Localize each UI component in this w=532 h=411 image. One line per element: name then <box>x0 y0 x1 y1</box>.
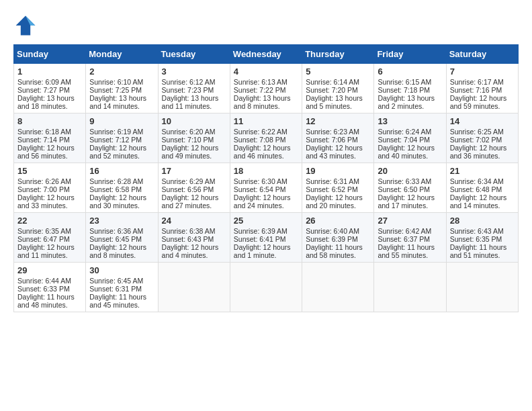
calendar-cell: 4Sunrise: 6:13 AMSunset: 7:22 PMDaylight… <box>230 64 302 113</box>
sunset-text: Sunset: 6:39 PM <box>306 235 358 243</box>
sunset-text: Sunset: 6:37 PM <box>378 235 430 243</box>
daylight-text: Daylight: 12 hours and 30 minutes. <box>89 193 146 210</box>
sunset-text: Sunset: 7:00 PM <box>17 185 70 193</box>
calendar-cell <box>230 263 302 312</box>
calendar-cell: 21Sunrise: 6:34 AMSunset: 6:48 PMDayligh… <box>446 163 518 213</box>
sunrise-text: Sunrise: 6:17 AM <box>450 78 504 86</box>
sunrise-text: Sunrise: 6:31 AM <box>306 177 359 185</box>
sunset-text: Sunset: 7:23 PM <box>162 86 214 94</box>
calendar-cell: 26Sunrise: 6:40 AMSunset: 6:39 PMDayligh… <box>302 213 374 263</box>
calendar-cell: 25Sunrise: 6:39 AMSunset: 6:41 PMDayligh… <box>230 213 302 263</box>
sunset-text: Sunset: 7:14 PM <box>17 136 70 144</box>
sunrise-text: Sunrise: 6:13 AM <box>234 78 287 86</box>
sunrise-text: Sunrise: 6:39 AM <box>234 227 287 235</box>
sunset-text: Sunset: 6:52 PM <box>306 185 358 193</box>
sunrise-text: Sunrise: 6:14 AM <box>306 78 359 86</box>
sunrise-text: Sunrise: 6:09 AM <box>17 78 71 86</box>
calendar-cell: 16Sunrise: 6:28 AMSunset: 6:58 PMDayligh… <box>86 163 158 213</box>
daylight-text: Daylight: 12 hours and 40 minutes. <box>378 144 435 160</box>
day-number: 11 <box>234 116 298 126</box>
calendar-cell: 3Sunrise: 6:12 AMSunset: 7:23 PMDaylight… <box>158 64 230 113</box>
sunset-text: Sunset: 7:10 PM <box>162 136 214 144</box>
day-number: 18 <box>234 166 298 176</box>
day-number: 20 <box>378 166 442 176</box>
daylight-text: Daylight: 13 hours and 5 minutes. <box>306 94 363 110</box>
sunrise-text: Sunrise: 6:26 AM <box>17 177 71 185</box>
calendar-cell: 14Sunrise: 6:25 AMSunset: 7:02 PMDayligh… <box>446 113 518 163</box>
daylight-text: Daylight: 12 hours and 27 minutes. <box>162 193 219 210</box>
sunrise-text: Sunrise: 6:29 AM <box>162 177 216 185</box>
day-number: 1 <box>17 66 82 77</box>
calendar-cell: 8Sunrise: 6:18 AMSunset: 7:14 PMDaylight… <box>14 113 86 163</box>
calendar-cell: 5Sunrise: 6:14 AMSunset: 7:20 PMDaylight… <box>302 64 374 113</box>
sunset-text: Sunset: 6:50 PM <box>378 185 430 193</box>
sunset-text: Sunset: 6:31 PM <box>89 285 142 293</box>
logo-icon <box>13 13 38 38</box>
sunrise-text: Sunrise: 6:33 AM <box>378 177 431 185</box>
sunset-text: Sunset: 7:08 PM <box>234 136 286 144</box>
daylight-text: Daylight: 12 hours and 20 minutes. <box>306 193 363 210</box>
calendar-cell: 12Sunrise: 6:23 AMSunset: 7:06 PMDayligh… <box>302 113 374 163</box>
calendar-cell: 28Sunrise: 6:43 AMSunset: 6:35 PMDayligh… <box>446 213 518 263</box>
sunrise-text: Sunrise: 6:45 AM <box>89 277 143 285</box>
day-of-week-header: Thursday <box>302 45 374 64</box>
day-number: 4 <box>234 66 298 77</box>
calendar-cell: 9Sunrise: 6:19 AMSunset: 7:12 PMDaylight… <box>86 113 158 163</box>
sunset-text: Sunset: 7:12 PM <box>89 136 142 144</box>
calendar-cell: 18Sunrise: 6:30 AMSunset: 6:54 PMDayligh… <box>230 163 302 213</box>
sunrise-text: Sunrise: 6:15 AM <box>378 78 431 86</box>
daylight-text: Daylight: 11 hours and 45 minutes. <box>89 293 146 309</box>
sunrise-text: Sunrise: 6:22 AM <box>234 128 287 136</box>
day-number: 25 <box>234 216 298 226</box>
calendar-cell <box>446 263 518 312</box>
day-number: 26 <box>306 216 370 226</box>
calendar-cell: 13Sunrise: 6:24 AMSunset: 7:04 PMDayligh… <box>374 113 446 163</box>
daylight-text: Daylight: 12 hours and 56 minutes. <box>17 144 75 160</box>
day-of-week-header: Monday <box>86 45 158 64</box>
day-number: 9 <box>89 116 154 126</box>
daylight-text: Daylight: 11 hours and 55 minutes. <box>378 243 435 259</box>
sunrise-text: Sunrise: 6:19 AM <box>89 128 143 136</box>
daylight-text: Daylight: 12 hours and 4 minutes. <box>162 243 219 259</box>
sunrise-text: Sunrise: 6:23 AM <box>306 128 359 136</box>
sunrise-text: Sunrise: 6:35 AM <box>17 227 71 235</box>
day-number: 13 <box>378 116 442 126</box>
calendar-cell: 19Sunrise: 6:31 AMSunset: 6:52 PMDayligh… <box>302 163 374 213</box>
calendar-week-row: 22Sunrise: 6:35 AMSunset: 6:47 PMDayligh… <box>14 213 519 263</box>
calendar-cell: 23Sunrise: 6:36 AMSunset: 6:45 PMDayligh… <box>86 213 158 263</box>
daylight-text: Daylight: 12 hours and 33 minutes. <box>17 193 75 210</box>
sunset-text: Sunset: 7:06 PM <box>306 136 358 144</box>
day-number: 27 <box>378 216 442 226</box>
sunset-text: Sunset: 6:45 PM <box>89 235 142 243</box>
sunrise-text: Sunrise: 6:43 AM <box>450 227 504 235</box>
sunset-text: Sunset: 7:02 PM <box>450 136 502 144</box>
sunset-text: Sunset: 7:27 PM <box>17 86 70 94</box>
daylight-text: Daylight: 12 hours and 46 minutes. <box>234 144 291 160</box>
daylight-text: Daylight: 11 hours and 51 minutes. <box>450 243 507 259</box>
daylight-text: Daylight: 11 hours and 58 minutes. <box>306 243 363 259</box>
daylight-text: Daylight: 13 hours and 11 minutes. <box>162 94 219 110</box>
day-number: 6 <box>378 66 442 77</box>
sunset-text: Sunset: 7:25 PM <box>89 86 142 94</box>
daylight-text: Daylight: 12 hours and 8 minutes. <box>89 243 146 259</box>
day-number: 16 <box>89 166 154 176</box>
sunrise-text: Sunrise: 6:24 AM <box>378 128 431 136</box>
day-number: 12 <box>306 116 370 126</box>
sunrise-text: Sunrise: 6:38 AM <box>162 227 216 235</box>
sunset-text: Sunset: 7:20 PM <box>306 86 358 94</box>
sunrise-text: Sunrise: 6:20 AM <box>162 128 216 136</box>
sunrise-text: Sunrise: 6:30 AM <box>234 177 287 185</box>
sunrise-text: Sunrise: 6:40 AM <box>306 227 359 235</box>
sunset-text: Sunset: 6:41 PM <box>234 235 286 243</box>
logo <box>13 13 40 38</box>
calendar-cell: 20Sunrise: 6:33 AMSunset: 6:50 PMDayligh… <box>374 163 446 213</box>
sunset-text: Sunset: 6:33 PM <box>17 285 70 293</box>
day-number: 8 <box>17 116 82 126</box>
daylight-text: Daylight: 12 hours and 59 minutes. <box>450 94 507 110</box>
day-of-week-header: Saturday <box>446 45 518 64</box>
calendar-cell: 29Sunrise: 6:44 AMSunset: 6:33 PMDayligh… <box>14 263 86 312</box>
sunrise-text: Sunrise: 6:28 AM <box>89 177 143 185</box>
day-number: 2 <box>89 66 154 77</box>
sunrise-text: Sunrise: 6:34 AM <box>450 177 504 185</box>
daylight-text: Daylight: 12 hours and 52 minutes. <box>89 144 146 160</box>
